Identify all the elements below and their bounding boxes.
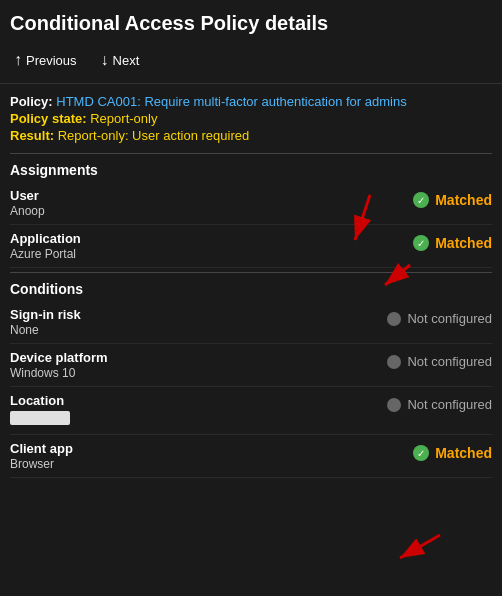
location-value [10,409,372,428]
user-label: User [10,188,372,203]
application-check-icon: ✓ [413,235,429,251]
signin-risk-value: None [10,323,372,337]
device-platform-circle-icon [387,355,401,369]
application-status: Matched [435,235,492,251]
device-platform-label: Device platform [10,350,372,365]
location-circle-icon [387,398,401,412]
next-label: Next [113,53,140,68]
next-button[interactable]: ↓ Next [97,49,144,71]
client-app-row: Client app Browser ✓ Matched [10,435,492,478]
page-title: Conditional Access Policy details [10,12,492,35]
user-check-icon: ✓ [413,192,429,208]
arrow-up-icon: ↑ [14,51,22,69]
policy-state-value: Report-only [90,111,157,126]
location-status: Not configured [407,397,492,412]
policy-info: Policy: HTMD CA001: Require multi-factor… [10,94,492,143]
client-app-check-icon: ✓ [413,445,429,461]
signin-risk-label: Sign-in risk [10,307,372,322]
policy-result-label: Result: [10,128,54,143]
client-app-status: Matched [435,445,492,461]
device-platform-row: Device platform Windows 10 Not configure… [10,344,492,387]
policy-result-value: Report-only: User action required [58,128,249,143]
arrow-down-icon: ↓ [101,51,109,69]
policy-label: Policy: [10,94,53,109]
location-row: Location Not configured [10,387,492,435]
application-value: Azure Portal [10,247,372,261]
policy-name-link[interactable]: HTMD CA001: Require multi-factor authent… [56,94,406,109]
client-app-label: Client app [10,441,372,456]
previous-label: Previous [26,53,77,68]
user-assignment-row: User Anoop ✓ Matched [10,182,492,225]
assignments-section-header: Assignments [10,153,492,182]
device-platform-value: Windows 10 [10,366,372,380]
location-label: Location [10,393,372,408]
user-status: Matched [435,192,492,208]
signin-risk-status: Not configured [407,311,492,326]
application-label: Application [10,231,372,246]
application-assignment-row: Application Azure Portal ✓ Matched [10,225,492,268]
signin-risk-row: Sign-in risk None Not configured [10,301,492,344]
conditions-section-header: Conditions [10,272,492,301]
location-blurred-value [10,411,70,425]
signin-risk-circle-icon [387,312,401,326]
previous-button[interactable]: ↑ Previous [10,49,81,71]
user-value: Anoop [10,204,372,218]
device-platform-status: Not configured [407,354,492,369]
policy-state-label: Policy state: [10,111,87,126]
client-app-value: Browser [10,457,372,471]
